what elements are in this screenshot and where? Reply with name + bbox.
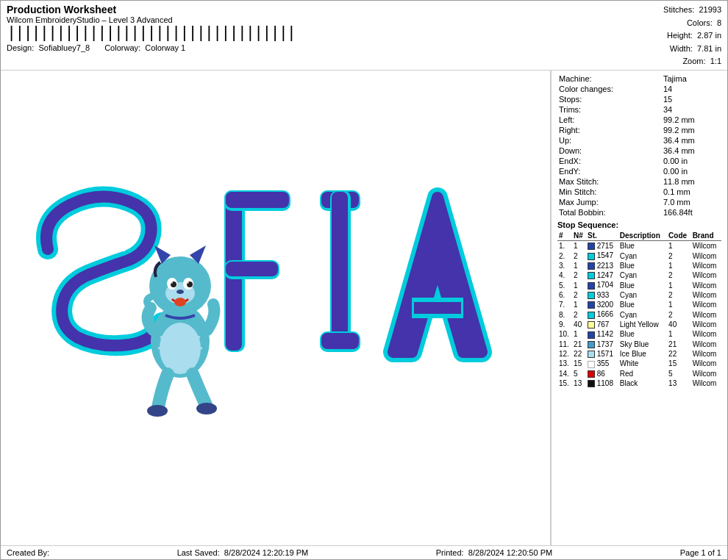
max-stitch-row: Max Stitch: 11.8 mm xyxy=(557,176,721,187)
machine-row: Machine: Tajima xyxy=(557,73,721,84)
last-saved: Last Saved: 8/28/2024 12:20:19 PM xyxy=(177,548,309,557)
height-stat: Height: 2.87 in xyxy=(663,29,721,43)
total-bobbin-row: Total Bobbin: 166.84ft xyxy=(557,207,721,218)
header-subtitle: Wilcom EmbroideryStudio – Level 3 Advanc… xyxy=(7,15,295,24)
endy-row: EndY: 0.00 in xyxy=(557,166,721,176)
color-changes-row: Color changes: 14 xyxy=(557,84,721,94)
svg-rect-12 xyxy=(321,333,359,349)
barcode: ||||||||||||||||||||||||||||||||||| xyxy=(7,26,295,42)
seq-row-12: 12. 22 1571 Ice Blue 22 Wilcom xyxy=(557,349,721,359)
col-brand: Brand xyxy=(691,231,721,241)
col-desc: Description xyxy=(618,231,667,241)
header-right: Stitches: 21993 Colors: 8 Height: 2.87 i… xyxy=(663,4,721,68)
sequence-table: # N# St. Description Code Brand 1. 1 271… xyxy=(557,231,721,388)
header-left: Production Worksheet Wilcom EmbroiderySt… xyxy=(7,4,295,68)
trims-row: Trims: 34 xyxy=(557,104,721,115)
colorway-label: Colorway: Colorway 1 xyxy=(104,43,185,52)
svg-point-28 xyxy=(186,281,189,284)
created-by: Created By: xyxy=(7,548,49,557)
printed: Printed: 8/28/2024 12:20:50 PM xyxy=(436,548,552,557)
seq-row-14: 14. 5 86 Red 5 Wilcom xyxy=(557,369,721,378)
seq-row-10: 10. 1 1142 Blue 1 Wilcom xyxy=(557,329,721,339)
col-hash: # xyxy=(557,231,572,241)
up-row: Up: 36.4 mm xyxy=(557,135,721,146)
embroidery-image xyxy=(8,78,543,538)
seq-row-4: 4. 2 1247 Cyan 2 Wilcom xyxy=(557,270,721,280)
machine-info-table: Machine: Tajima Color changes: 14 Stops:… xyxy=(557,73,721,218)
col-st: St. xyxy=(586,231,618,241)
svg-rect-4 xyxy=(226,192,289,208)
width-stat: Width: 7.81 in xyxy=(663,43,721,56)
left-row: Left: 99.2 mm xyxy=(557,115,721,125)
down-row: Down: 36.4 mm xyxy=(557,146,721,156)
seq-row-1: 1. 1 2715 Blue 1 Wilcom xyxy=(557,240,721,251)
page-number: Page 1 of 1 xyxy=(680,548,721,557)
main-content: Machine: Tajima Color changes: 14 Stops:… xyxy=(1,71,727,545)
info-panel: Machine: Tajima Color changes: 14 Stops:… xyxy=(551,71,727,545)
svg-point-27 xyxy=(170,281,173,284)
col-n: N# xyxy=(572,231,586,241)
seq-row-15: 15. 13 1108 Black 13 Wilcom xyxy=(557,378,721,388)
svg-point-26 xyxy=(196,403,217,414)
stitches-stat: Stitches: 21993 xyxy=(663,4,721,17)
seq-row-6: 6. 2 933 Cyan 2 Wilcom xyxy=(557,290,721,300)
stop-sequence-title: Stop Sequence: xyxy=(557,220,721,229)
right-row: Right: 99.2 mm xyxy=(557,125,721,135)
zoom-stat: Zoom: 1:1 xyxy=(663,55,721,68)
embroidery-area xyxy=(1,71,551,545)
footer: Created By: Last Saved: 8/28/2024 12:20:… xyxy=(1,545,727,559)
design-label: Design: Sofiabluey7_8 xyxy=(7,43,90,52)
seq-row-5: 5. 1 1704 Blue 1 Wilcom xyxy=(557,280,721,290)
svg-point-25 xyxy=(147,405,168,417)
svg-point-24 xyxy=(176,290,184,294)
seq-row-13: 13. 15 355 White 15 Wilcom xyxy=(557,359,721,368)
col-code: Code xyxy=(667,231,691,241)
svg-rect-6 xyxy=(226,262,278,276)
seq-row-11: 11. 21 1737 Sky Blue 21 Wilcom xyxy=(557,340,721,349)
seq-row-2: 2. 2 1547 Cyan 2 Wilcom xyxy=(557,251,721,260)
stops-row: Stops: 15 xyxy=(557,94,721,104)
page-title: Production Worksheet xyxy=(7,4,295,15)
max-jump-row: Max Jump: 7.0 mm xyxy=(557,197,721,207)
min-stitch-row: Min Stitch: 0.1 mm xyxy=(557,187,721,197)
svg-rect-10 xyxy=(332,192,348,351)
header-meta: Design: Sofiabluey7_8 Colorway: Colorway… xyxy=(7,43,295,52)
seq-row-3: 3. 1 2213 Blue 1 Wilcom xyxy=(557,261,721,270)
seq-row-7: 7. 1 3200 Blue 1 Wilcom xyxy=(557,300,721,309)
seq-header: # N# St. Description Code Brand xyxy=(557,231,721,241)
seq-row-8: 8. 2 1666 Cyan 2 Wilcom xyxy=(557,309,721,319)
colors-stat: Colors: 8 xyxy=(663,17,721,30)
endx-row: EndX: 0.00 in xyxy=(557,156,721,166)
svg-point-23 xyxy=(174,298,186,306)
seq-row-9: 9. 40 767 Light Yellow 40 Wilcom xyxy=(557,320,721,329)
header: Production Worksheet Wilcom EmbroiderySt… xyxy=(1,1,727,71)
page-wrapper: Production Worksheet Wilcom EmbroiderySt… xyxy=(0,0,728,560)
